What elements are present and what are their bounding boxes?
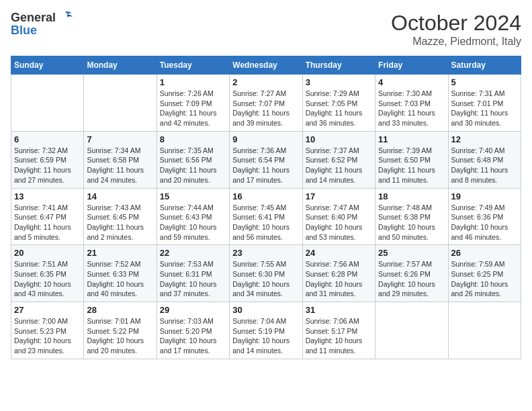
logo-general-text: General — [11, 11, 56, 25]
weekday-header: Saturday — [448, 56, 521, 75]
calendar-table: SundayMondayTuesdayWednesdayThursdayFrid… — [11, 56, 521, 359]
day-number: 1 — [160, 77, 226, 87]
calendar-cell: 28Sunrise: 7:01 AMSunset: 5:22 PMDayligh… — [84, 302, 157, 359]
day-number: 14 — [87, 191, 153, 201]
day-number: 4 — [378, 77, 445, 87]
calendar-cell: 2Sunrise: 7:27 AMSunset: 7:07 PMDaylight… — [230, 75, 302, 132]
day-number: 19 — [451, 191, 518, 201]
calendar-cell: 19Sunrise: 7:49 AMSunset: 6:36 PMDayligh… — [448, 188, 521, 245]
calendar-cell: 24Sunrise: 7:56 AMSunset: 6:28 PMDayligh… — [302, 245, 375, 302]
day-info: Sunrise: 7:37 AMSunset: 6:52 PMDaylight:… — [306, 146, 372, 185]
weekday-header: Sunday — [11, 56, 84, 75]
day-number: 2 — [232, 77, 299, 87]
day-info: Sunrise: 7:32 AMSunset: 6:59 PMDaylight:… — [14, 146, 81, 185]
logo-bird-icon — [58, 11, 73, 23]
day-number: 22 — [160, 248, 226, 258]
day-number: 17 — [306, 191, 372, 201]
calendar-week-row: 1Sunrise: 7:26 AMSunset: 7:09 PMDaylight… — [11, 75, 521, 132]
calendar-cell: 29Sunrise: 7:03 AMSunset: 5:20 PMDayligh… — [157, 302, 229, 359]
day-info: Sunrise: 7:52 AMSunset: 6:33 PMDaylight:… — [87, 259, 153, 299]
calendar-cell: 20Sunrise: 7:51 AMSunset: 6:35 PMDayligh… — [11, 245, 84, 302]
month-title: October 2024 — [391, 11, 521, 36]
calendar-cell: 9Sunrise: 7:36 AMSunset: 6:54 PMDaylight… — [230, 131, 302, 188]
day-info: Sunrise: 7:43 AMSunset: 6:45 PMDaylight:… — [87, 203, 153, 242]
calendar-week-row: 20Sunrise: 7:51 AMSunset: 6:35 PMDayligh… — [11, 245, 521, 302]
calendar-cell: 14Sunrise: 7:43 AMSunset: 6:45 PMDayligh… — [84, 188, 157, 245]
calendar-cell: 22Sunrise: 7:53 AMSunset: 6:31 PMDayligh… — [157, 245, 229, 302]
day-info: Sunrise: 7:26 AMSunset: 7:09 PMDaylight:… — [160, 89, 226, 128]
calendar-week-row: 13Sunrise: 7:41 AMSunset: 6:47 PMDayligh… — [11, 188, 521, 245]
weekday-header: Tuesday — [157, 56, 229, 75]
day-number: 6 — [14, 134, 81, 144]
calendar-cell: 18Sunrise: 7:48 AMSunset: 6:38 PMDayligh… — [375, 188, 448, 245]
day-number: 28 — [87, 305, 153, 315]
weekday-header: Monday — [84, 56, 157, 75]
calendar-cell: 8Sunrise: 7:35 AMSunset: 6:56 PMDaylight… — [157, 131, 229, 188]
day-info: Sunrise: 7:03 AMSunset: 5:20 PMDaylight:… — [160, 316, 226, 356]
day-info: Sunrise: 7:01 AMSunset: 5:22 PMDaylight:… — [87, 316, 153, 356]
day-number: 18 — [378, 191, 445, 201]
weekday-header: Friday — [375, 56, 448, 75]
calendar-cell: 5Sunrise: 7:31 AMSunset: 7:01 PMDaylight… — [448, 75, 521, 132]
day-info: Sunrise: 7:59 AMSunset: 6:25 PMDaylight:… — [451, 259, 518, 299]
day-number: 7 — [87, 134, 153, 144]
day-info: Sunrise: 7:41 AMSunset: 6:47 PMDaylight:… — [14, 203, 81, 242]
page-header: General Blue October 2024 Mazze, Piedmon… — [11, 11, 521, 48]
day-info: Sunrise: 7:04 AMSunset: 5:19 PMDaylight:… — [232, 316, 299, 356]
day-info: Sunrise: 7:35 AMSunset: 6:56 PMDaylight:… — [160, 146, 226, 185]
day-number: 3 — [306, 77, 372, 87]
day-info: Sunrise: 7:06 AMSunset: 5:17 PMDaylight:… — [306, 316, 372, 356]
calendar-cell: 17Sunrise: 7:47 AMSunset: 6:40 PMDayligh… — [302, 188, 375, 245]
calendar-cell: 23Sunrise: 7:55 AMSunset: 6:30 PMDayligh… — [230, 245, 302, 302]
calendar-cell — [84, 75, 157, 132]
day-info: Sunrise: 7:34 AMSunset: 6:58 PMDaylight:… — [87, 146, 153, 185]
calendar-header-row: SundayMondayTuesdayWednesdayThursdayFrid… — [11, 56, 521, 75]
weekday-header: Thursday — [302, 56, 375, 75]
calendar-cell: 3Sunrise: 7:29 AMSunset: 7:05 PMDaylight… — [302, 75, 375, 132]
calendar-cell — [11, 75, 84, 132]
day-number: 23 — [232, 248, 299, 258]
calendar-cell: 31Sunrise: 7:06 AMSunset: 5:17 PMDayligh… — [302, 302, 375, 359]
day-info: Sunrise: 7:57 AMSunset: 6:26 PMDaylight:… — [378, 259, 445, 299]
calendar-cell: 10Sunrise: 7:37 AMSunset: 6:52 PMDayligh… — [302, 131, 375, 188]
calendar-week-row: 27Sunrise: 7:00 AMSunset: 5:23 PMDayligh… — [11, 302, 521, 359]
day-number: 31 — [306, 305, 372, 315]
calendar-cell: 25Sunrise: 7:57 AMSunset: 6:26 PMDayligh… — [375, 245, 448, 302]
day-info: Sunrise: 7:53 AMSunset: 6:31 PMDaylight:… — [160, 259, 226, 299]
day-info: Sunrise: 7:47 AMSunset: 6:40 PMDaylight:… — [306, 203, 372, 242]
day-info: Sunrise: 7:51 AMSunset: 6:35 PMDaylight:… — [14, 259, 81, 299]
day-info: Sunrise: 7:49 AMSunset: 6:36 PMDaylight:… — [451, 203, 518, 242]
calendar-cell: 13Sunrise: 7:41 AMSunset: 6:47 PMDayligh… — [11, 188, 84, 245]
title-block: October 2024 Mazze, Piedmont, Italy — [391, 11, 521, 48]
day-number: 25 — [378, 248, 445, 258]
day-info: Sunrise: 7:45 AMSunset: 6:41 PMDaylight:… — [232, 203, 299, 242]
day-info: Sunrise: 7:36 AMSunset: 6:54 PMDaylight:… — [232, 146, 299, 185]
calendar-cell: 4Sunrise: 7:30 AMSunset: 7:03 PMDaylight… — [375, 75, 448, 132]
day-number: 8 — [160, 134, 226, 144]
day-info: Sunrise: 7:27 AMSunset: 7:07 PMDaylight:… — [232, 89, 299, 128]
calendar-cell — [375, 302, 448, 359]
day-info: Sunrise: 7:00 AMSunset: 5:23 PMDaylight:… — [14, 316, 81, 356]
day-number: 15 — [160, 191, 226, 201]
calendar-week-row: 6Sunrise: 7:32 AMSunset: 6:59 PMDaylight… — [11, 131, 521, 188]
day-number: 9 — [232, 134, 299, 144]
calendar-cell — [448, 302, 521, 359]
logo-blue-text: Blue — [11, 24, 37, 38]
day-number: 20 — [14, 248, 81, 258]
day-info: Sunrise: 7:40 AMSunset: 6:48 PMDaylight:… — [451, 146, 518, 185]
day-number: 30 — [232, 305, 299, 315]
day-number: 5 — [451, 77, 518, 87]
calendar-cell: 7Sunrise: 7:34 AMSunset: 6:58 PMDaylight… — [84, 131, 157, 188]
logo: General Blue — [11, 11, 73, 38]
day-info: Sunrise: 7:31 AMSunset: 7:01 PMDaylight:… — [451, 89, 518, 128]
day-number: 13 — [14, 191, 81, 201]
day-number: 10 — [306, 134, 372, 144]
day-info: Sunrise: 7:30 AMSunset: 7:03 PMDaylight:… — [378, 89, 445, 128]
calendar-cell: 16Sunrise: 7:45 AMSunset: 6:41 PMDayligh… — [230, 188, 302, 245]
day-number: 16 — [232, 191, 299, 201]
calendar-cell: 12Sunrise: 7:40 AMSunset: 6:48 PMDayligh… — [448, 131, 521, 188]
weekday-header: Wednesday — [230, 56, 302, 75]
calendar-cell: 30Sunrise: 7:04 AMSunset: 5:19 PMDayligh… — [230, 302, 302, 359]
day-number: 11 — [378, 134, 445, 144]
day-info: Sunrise: 7:56 AMSunset: 6:28 PMDaylight:… — [306, 259, 372, 299]
